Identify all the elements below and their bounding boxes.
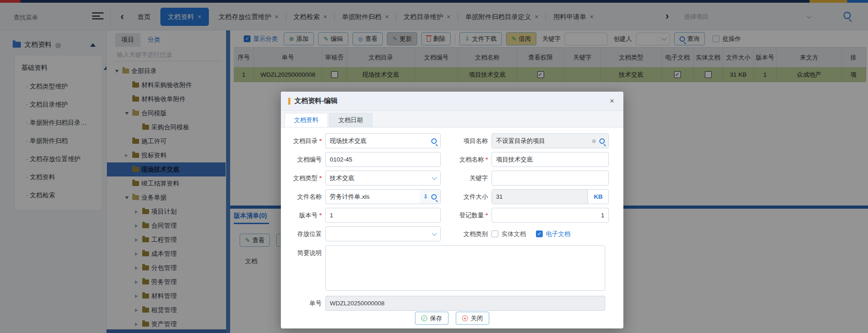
qty-input[interactable] [492, 208, 609, 223]
keyword-label: 关键字 [449, 174, 488, 182]
summary-textarea[interactable] [325, 245, 605, 291]
close-circle-icon: × [462, 315, 468, 321]
doc-dir-field [325, 133, 441, 148]
file-name-field: ⇩ [325, 189, 441, 204]
version-label: 版本号 [299, 212, 322, 219]
close-button[interactable]: ×关闭 [456, 312, 489, 325]
location-select[interactable] [325, 226, 441, 241]
physical-doc-checkbox[interactable]: 实体文档 [492, 230, 526, 238]
modal-form: 文档目录 项目名称 ⊗ 文档编号 文档名称 文档类型 技术交底 [281, 127, 623, 311]
project-field: ⊗ [492, 133, 609, 148]
modal-footer: ✓保存 ×关闭 [281, 312, 623, 325]
title-flag-icon [288, 98, 290, 105]
project-label: 项目名称 [449, 137, 488, 145]
doc-name-input[interactable] [492, 152, 609, 167]
file-size-value[interactable]: 31 [492, 190, 588, 204]
doc-dir-label: 文档目录 [293, 137, 322, 144]
save-button[interactable]: ✓保存 [415, 312, 448, 325]
edit-document-modal: 文档资料-编辑 × 文档资料 文档日期 文档目录 项目名称 ⊗ 文档编号 [281, 92, 623, 328]
search-icon[interactable] [599, 138, 605, 144]
modal-keyword-input[interactable] [492, 171, 609, 186]
qty-label: 登记数量 [459, 212, 488, 219]
modal-title: 文档资料-编辑 [294, 97, 338, 105]
doc-code-label: 文档编号 [281, 156, 322, 164]
checkbox-checked-icon[interactable] [536, 230, 543, 237]
modal-close-icon[interactable]: × [608, 96, 616, 107]
doc-type-label: 文档类型 [293, 175, 322, 181]
file-size-field: 31 KB [492, 189, 609, 204]
modal-tab-doc-data[interactable]: 文档资料 [285, 113, 328, 127]
bill-no-input[interactable] [325, 296, 605, 311]
electronic-doc-checkbox[interactable]: 电子文档 [536, 230, 570, 238]
version-input[interactable] [325, 208, 441, 223]
summary-label: 简要说明 [281, 245, 322, 257]
modal-tab-doc-date[interactable]: 文档日期 [329, 113, 372, 127]
doc-name-label: 文档名称 [459, 156, 488, 163]
category-label: 文档类别 [449, 230, 488, 238]
modal-tabs: 文档资料 文档日期 [281, 111, 623, 127]
file-size-unit: KB [588, 190, 608, 204]
file-name-label: 文件名称 [281, 193, 322, 201]
checkbox-unchecked-icon[interactable] [492, 230, 498, 237]
download-icon[interactable]: ⇩ [423, 193, 428, 200]
bill-no-label: 单号 [281, 299, 322, 308]
search-icon[interactable] [431, 138, 437, 144]
search-icon[interactable] [431, 194, 437, 200]
clear-icon[interactable]: ⊗ [592, 138, 596, 144]
doc-type-select[interactable]: 技术交底 [325, 171, 441, 186]
doc-dir-input[interactable] [325, 133, 441, 148]
modal-header: 文档资料-编辑 × [281, 92, 623, 111]
file-size-label: 文件大小 [449, 193, 488, 201]
doc-code-input[interactable] [325, 152, 441, 167]
check-circle-icon: ✓ [421, 315, 427, 321]
location-label: 存放位置 [281, 230, 322, 238]
chevron-down-icon [432, 175, 437, 180]
category-group: 实体文档 电子文档 [492, 230, 570, 238]
chevron-down-icon [432, 230, 437, 235]
